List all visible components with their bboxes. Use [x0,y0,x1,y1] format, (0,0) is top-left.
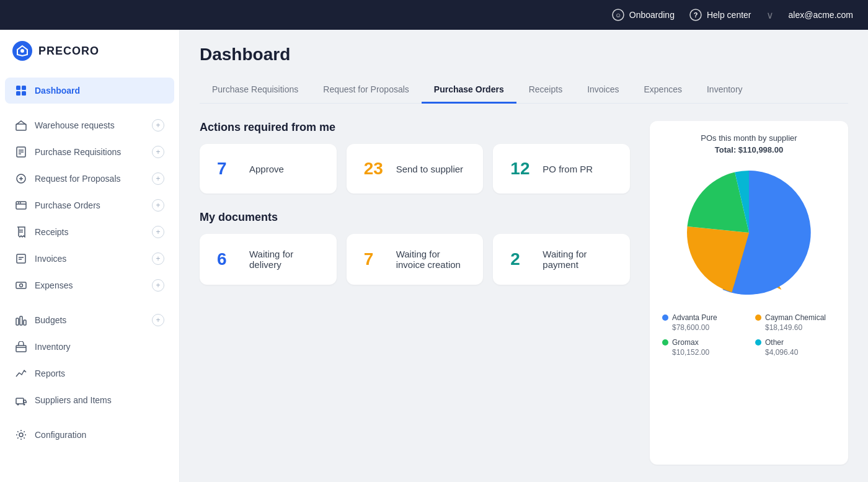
sidebar-item-label: Suppliers and Items [35,395,164,405]
sidebar-item-receipts[interactable]: Receipts + [5,219,174,245]
invoice-label: Waiting for invoice creation [396,249,466,270]
send-to-supplier-card[interactable]: 23 Send to supplier [347,144,484,194]
svg-rect-16 [16,202,26,209]
warehouse-icon [15,119,27,132]
reports-icon [15,367,27,380]
help-label: Help center [707,10,751,20]
sidebar-item-purchase-requisitions[interactable]: Purchase Requisitions + [5,139,174,165]
sidebar-item-label: Dashboard [35,86,164,96]
documents-cards-row: 6 Waiting for delivery 7 Waiting for inv… [200,234,630,285]
sidebar-item-label: Warehouse requests [35,120,144,130]
add-button[interactable]: + [152,252,164,265]
add-button[interactable]: + [152,172,164,185]
page-tabs: Purchase Requisitions Request for Propos… [200,77,848,104]
svg-rect-30 [16,398,24,404]
waiting-invoice-card[interactable]: 7 Waiting for invoice creation [347,234,484,285]
svg-rect-24 [16,282,26,288]
add-button[interactable]: + [152,314,164,326]
svg-rect-27 [20,316,22,325]
po-from-pr-card[interactable]: 12 PO from PR [493,144,630,194]
waiting-payment-card[interactable]: 2 Waiting for payment [493,234,630,285]
sidebar-item-rfp[interactable]: Request for Proposals + [5,166,174,192]
add-button[interactable]: + [152,199,164,212]
sidebar-item-expenses[interactable]: Expenses + [5,272,174,298]
po-from-pr-count: 12 [510,159,533,179]
sidebar-item-reports[interactable]: Reports [5,360,174,386]
tab-expences[interactable]: Expences [632,77,694,104]
budgets-icon [15,314,27,326]
sidebar-item-warehouse-requests[interactable]: Warehouse requests + [5,112,174,138]
invoices-icon [15,252,27,265]
svg-point-18 [20,202,21,203]
legend-gromax: Gromax $10,152.00 [662,338,743,357]
sidebar-item-dashboard[interactable]: Dashboard [5,78,174,104]
legend-value-advanta: $78,600.00 [662,323,743,332]
svg-point-17 [18,202,19,203]
tab-request-for-proposals[interactable]: Request for Proposals [311,77,422,104]
sidebar-item-label: Receipts [35,227,144,237]
sidebar-item-inventory[interactable]: Inventory [5,334,174,360]
tab-purchase-orders[interactable]: Purchase Orders [422,77,516,104]
onboarding-icon: ☺ [612,9,624,21]
legend-advanta: Advanta Pure $78,600.00 [662,313,743,332]
chart-legend: Advanta Pure $78,600.00 Cayman Chemical … [662,313,836,357]
legend-name-gromax: Gromax [672,338,699,347]
legend-value-gromax: $10,152.00 [662,348,743,357]
rfp-icon [15,172,27,185]
legend-value-cayman: $18,149.60 [755,323,836,332]
add-button[interactable]: + [152,119,164,132]
sidebar-item-budgets[interactable]: Budgets + [5,307,174,333]
delivery-count: 6 [217,249,239,269]
purchase-orders-icon [15,199,27,212]
page-title: Dashboard [200,45,848,65]
sidebar-nav: Dashboard Warehouse requests + Purchase … [0,72,179,482]
sidebar-item-configuration[interactable]: Configuration [5,422,174,448]
legend-dot-gromax [662,339,668,346]
send-supplier-count: 23 [364,159,386,179]
receipts-icon [15,226,27,238]
user-menu[interactable]: alex@acme.com [789,10,853,20]
waiting-delivery-card[interactable]: 6 Waiting for delivery [200,234,337,285]
add-button[interactable]: + [152,279,164,292]
svg-rect-26 [16,318,19,325]
tab-inventory[interactable]: Inventory [694,77,755,104]
legend-dot-other [755,339,761,346]
approve-card[interactable]: 7 Approve [200,144,337,194]
svg-rect-21 [17,254,25,263]
add-button[interactable]: + [152,226,164,238]
tab-purchase-requisitions[interactable]: Purchase Requisitions [200,77,311,104]
invoice-count: 7 [364,249,386,269]
sidebar-item-label: Purchase Requisitions [35,147,144,157]
sidebar-item-label: Inventory [35,342,164,352]
pie-chart [681,164,817,301]
top-navigation: ☺ Onboarding ? Help center ∨ alex@acme.c… [0,0,868,30]
nav-divider: ∨ [766,9,774,21]
config-icon [15,429,27,441]
svg-point-5 [20,49,24,53]
add-button[interactable]: + [152,146,164,158]
user-email: alex@acme.com [789,10,853,20]
help-center-button[interactable]: ? Help center [689,9,751,21]
sidebar-item-invoices[interactable]: Invoices + [5,246,174,272]
logo-icon [12,41,32,61]
tab-invoices[interactable]: Invoices [575,77,631,104]
svg-point-31 [17,404,19,406]
sidebar-item-purchase-orders[interactable]: Purchase Orders + [5,192,174,218]
sidebar-item-label: Purchase Orders [35,200,144,210]
onboarding-button[interactable]: ☺ Onboarding [612,9,675,21]
page-header: Dashboard Purchase Requisitions Request … [180,30,868,104]
sidebar-item-label: Expenses [35,280,144,290]
legend-other: Other $4,096.40 [755,338,836,357]
sidebar-item-suppliers[interactable]: Suppliers and Items [5,387,174,413]
sidebar-item-label: Reports [35,368,164,378]
content-area: Dashboard Purchase Requisitions Request … [180,30,868,482]
approve-count: 7 [217,159,239,179]
sidebar-item-label: Invoices [35,254,144,264]
suppliers-icon [15,394,27,406]
chart-panel: POs this month by supplier Total: $110,9… [650,121,848,465]
legend-dot-advanta [662,315,668,321]
svg-point-33 [19,433,23,437]
logo-area: PRECORO [0,30,179,72]
tab-receipts[interactable]: Receipts [516,77,575,104]
dashboard-icon [15,84,27,97]
